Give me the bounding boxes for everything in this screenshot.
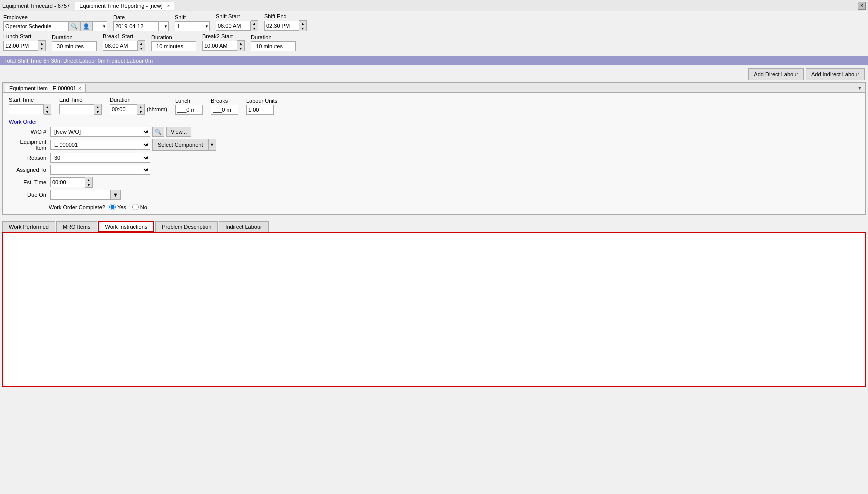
break2-start-up[interactable]: ▲ [237,41,244,46]
add-direct-labour-button[interactable]: Add Direct Labour [748,68,804,80]
due-on-input[interactable] [50,190,110,200]
employee-dropdown[interactable] [92,21,107,31]
reason-select[interactable]: 30 [50,153,150,163]
wo-search-btn[interactable]: 🔍 [152,127,164,137]
lunch-duration-group: Duration [52,34,97,51]
shift-end-up[interactable]: ▲ [299,21,306,26]
equipment-item-inputs: E 000001 Select Component ▼ [50,139,216,151]
lunch-duration-input[interactable] [52,41,97,51]
shift-end-group: Shift End ▲ ▼ [264,13,307,31]
lunch-start-spinners: ▲ ▼ [38,40,46,51]
shift-start-up[interactable]: ▲ [251,21,258,26]
employee-select-wrapper [92,21,107,31]
date-row [113,21,169,31]
break1-start-up[interactable]: ▲ [138,41,145,46]
tab-work-performed[interactable]: Work Performed [2,221,55,232]
tab-mro-items[interactable]: MRO Items [56,221,97,232]
reason-select-wrapper: 30 [50,153,150,163]
break1-duration-input[interactable] [151,41,196,51]
wo-number-row: W/O # [New W/O] 🔍 View... [9,127,859,137]
equipment-tab-close[interactable]: × [78,86,81,91]
summary-text: Total Shift Time 8h 30m Direct Labour 0m… [4,58,153,64]
break2-start-down[interactable]: ▼ [237,46,244,51]
break2-start-group: Break2 Start ▲ ▼ [202,33,245,51]
wo-complete-no-radio[interactable] [132,204,139,210]
wo-complete-label: Work Order Complete? [49,204,105,210]
wo-number-select-wrapper: [New W/O] [50,127,150,137]
break1-start-down[interactable]: ▼ [138,46,145,51]
eq-end-time-label: End Time [59,97,102,103]
select-component-arrow-btn[interactable]: ▼ [208,139,216,151]
eq-duration-input[interactable] [110,104,137,114]
date-label: Date [113,14,169,20]
wo-complete-yes-label[interactable]: Yes [109,204,126,210]
break2-start-input[interactable] [202,41,237,51]
lunch-start-up[interactable]: ▲ [38,41,45,46]
est-time-up[interactable]: ▲ [85,177,92,182]
work-instructions-area [2,232,866,387]
tab-work-instructions[interactable]: Work Instructions [98,221,155,232]
eq-duration-down[interactable]: ▼ [137,109,144,114]
est-time-row: Est. Time ▲ ▼ [9,177,859,188]
employee-search-btn[interactable]: 🔍 [68,21,80,31]
eq-lunch-label: Lunch [175,98,203,104]
summary-bar: Total Shift Time 8h 30m Direct Labour 0m… [0,56,868,65]
add-indirect-labour-button[interactable]: Add Indirect Labour [806,68,865,80]
eq-start-time-input[interactable] [9,104,44,114]
title-tab-active[interactable]: Equipment Time Reporting - [new] × [75,2,174,10]
due-on-calendar-btn[interactable]: ▼ [110,190,121,200]
eq-lunch-input[interactable] [175,105,203,115]
date-input[interactable] [113,21,158,31]
eq-start-time-up[interactable]: ▲ [44,104,51,109]
est-time-down[interactable]: ▼ [85,182,92,187]
work-order-link[interactable]: Work Order [9,119,37,125]
wo-view-btn[interactable]: View... [166,127,191,137]
tab-problem-description[interactable]: Problem Description [155,221,218,232]
shift-start-input[interactable] [216,21,251,31]
eq-breaks-input[interactable] [211,105,238,115]
eq-labour-units-label: Labour Units [246,98,277,104]
eq-start-time-label: Start Time [9,97,51,103]
eq-end-time-spinner: ▲ ▼ [59,104,102,115]
wo-complete-yes-radio[interactable] [109,204,116,210]
eq-end-time-down[interactable]: ▼ [94,109,101,114]
lunch-start-down[interactable]: ▼ [38,46,45,51]
eq-duration-up[interactable]: ▲ [137,104,144,109]
equipment-tab-bar: Equipment Item - E 000001 × ▼ [3,83,865,93]
employee-input[interactable] [3,21,68,31]
shift-end-input[interactable] [264,21,299,31]
select-component-btn[interactable]: Select Component [152,139,208,151]
work-instructions-textarea[interactable] [3,233,865,386]
date-dropdown[interactable] [158,21,169,31]
date-group: Date [113,14,169,31]
toolbar-row: Add Direct Labour Add Indirect Labour [0,66,868,82]
wo-complete-row: Work Order Complete? Yes No [9,204,859,210]
eq-end-time-input[interactable] [59,104,94,114]
form-row-1: Employee 🔍 👤 Date Shift [3,13,865,31]
break1-start-input[interactable] [103,41,138,51]
equipment-item-select[interactable]: E 000001 [50,140,150,150]
employee-person-btn[interactable]: 👤 [80,21,92,31]
est-time-input[interactable] [50,177,85,187]
eq-labour-units-input[interactable] [246,105,274,115]
tab-indirect-labour[interactable]: Indirect Labour [219,221,268,232]
window-close-button[interactable]: × [858,2,866,10]
shift-end-down[interactable]: ▼ [299,26,306,31]
equipment-tab[interactable]: Equipment Item - E 000001 × [5,84,86,92]
eq-end-time-up[interactable]: ▲ [94,104,101,109]
break2-duration-input[interactable] [251,41,296,51]
shift-select[interactable]: 1 [175,21,210,31]
tab-close-btn[interactable]: × [167,3,170,9]
eq-start-time-spinners: ▲ ▼ [44,104,51,115]
lunch-start-spinner: ▲ ▼ [3,40,46,51]
lunch-start-input[interactable] [3,41,38,51]
eq-start-time-down[interactable]: ▼ [44,109,51,114]
wo-complete-no-label[interactable]: No [132,204,147,210]
assigned-to-select[interactable] [50,165,150,175]
shift-start-down[interactable]: ▼ [251,26,258,31]
panel-dropdown-arrow[interactable]: ▼ [856,84,863,92]
eq-duration-spinner: ▲ ▼ (hh:mm) [110,104,167,115]
time-row: Start Time ▲ ▼ End Time ▲ ▼ [9,97,859,115]
wo-number-select[interactable]: [New W/O] [50,127,150,137]
eq-duration-unit: (hh:mm) [147,106,167,112]
